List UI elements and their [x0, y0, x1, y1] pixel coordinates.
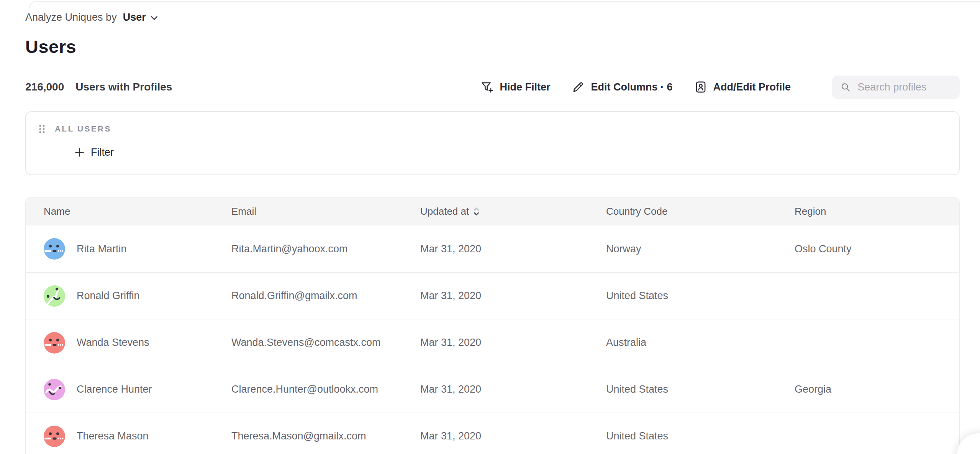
add-edit-profile-label: Add/Edit Profile [713, 81, 791, 93]
updated-at-value: Mar 31, 2020 [420, 290, 481, 302]
page-title: Users [25, 36, 960, 58]
add-edit-profile-button[interactable]: Add/Edit Profile [694, 81, 791, 94]
country-code-value: United States [606, 383, 668, 395]
filter-funnel-icon [480, 81, 493, 94]
profile-badge-icon [694, 81, 707, 94]
user-email: Clarence.Hunter@outlookx.com [231, 383, 378, 395]
user-count-value: 216,000 [25, 81, 64, 93]
users-table: Name Email Updated at Country Code Regio… [25, 197, 960, 454]
edit-columns-button[interactable]: Edit Columns · 6 [572, 81, 672, 94]
users-page: Analyze Uniques by User Users 216,000 Us… [0, 0, 980, 454]
profile-count: 216,000 Users with Profiles [25, 81, 172, 93]
table-header: Name Email Updated at Country Code Regio… [26, 197, 959, 225]
stats-toolbar-row: 216,000 Users with Profiles Hide Filter … [25, 75, 960, 99]
updated-at-value: Mar 31, 2020 [420, 430, 481, 442]
user-count-label: Users with Profiles [75, 81, 172, 93]
column-header-name[interactable]: Name [44, 206, 231, 217]
user-name: Ronald Griffin [77, 290, 140, 302]
user-email: Wanda.Stevens@comcastx.com [231, 337, 381, 349]
column-header-region[interactable]: Region [795, 206, 959, 217]
column-header-country-code[interactable]: Country Code [606, 206, 795, 217]
drag-handle-icon[interactable] [38, 124, 46, 134]
user-name: Rita Martin [77, 243, 127, 255]
country-code-value: Australia [606, 337, 646, 349]
user-name: Theresa Mason [77, 430, 149, 442]
search-input[interactable] [857, 81, 951, 93]
table-body: Rita Martin Rita.Martin@yahoox.com Mar 3… [26, 225, 959, 454]
analyze-by-dropdown[interactable]: User [123, 12, 158, 23]
hide-filter-label: Hide Filter [500, 81, 550, 93]
avatar [44, 426, 65, 447]
table-row[interactable]: Theresa Mason Theresa.Mason@gmailx.com M… [26, 413, 959, 454]
user-email: Ronald.Griffin@gmailx.com [231, 290, 357, 302]
plus-icon [74, 147, 85, 158]
dash-mouth-face-icon [44, 426, 65, 447]
avatar [44, 379, 65, 400]
analyze-uniques-label: Analyze Uniques by [25, 12, 117, 23]
analyze-uniques-row: Analyze Uniques by User [25, 11, 960, 24]
sort-arrows-icon[interactable] [474, 207, 479, 216]
table-row[interactable]: Wanda Stevens Wanda.Stevens@comcastx.com… [26, 319, 959, 366]
toolbar: Hide Filter Edit Columns · 6 Add/Edit Pr… [480, 76, 960, 99]
analyze-by-value: User [123, 12, 146, 23]
zigzag-face-icon [44, 285, 65, 307]
filter-group-label: ALL USERS [55, 124, 111, 133]
chevron-down-icon [151, 16, 158, 20]
dash-mouth-face-icon [44, 332, 65, 354]
updated-at-value: Mar 31, 2020 [420, 383, 481, 395]
table-row[interactable]: Rita Martin Rita.Martin@yahoox.com Mar 3… [26, 225, 959, 272]
wave-face-icon [44, 379, 65, 400]
region-value: Georgia [795, 383, 831, 395]
help-widget-button[interactable] [957, 433, 980, 454]
user-name: Clarence Hunter [77, 383, 152, 395]
updated-at-value: Mar 31, 2020 [420, 243, 481, 255]
profile-search-box [832, 76, 960, 99]
user-email: Rita.Martin@yahoox.com [231, 243, 348, 255]
search-icon [841, 81, 851, 93]
filter-panel: ALL USERS Filter [25, 111, 960, 175]
updated-at-value: Mar 31, 2020 [420, 337, 481, 349]
country-code-value: United States [606, 430, 668, 442]
country-code-value: Norway [606, 243, 641, 255]
user-name: Wanda Stevens [77, 337, 149, 349]
add-filter-button[interactable]: Filter [69, 143, 119, 162]
region-value: Oslo County [795, 243, 852, 255]
edit-columns-label: Edit Columns · 6 [591, 81, 672, 93]
avatar [44, 332, 65, 354]
add-filter-label: Filter [91, 146, 114, 158]
filter-group-header: ALL USERS [38, 123, 959, 134]
country-code-value: United States [606, 290, 668, 302]
dash-mouth-face-icon [44, 238, 65, 260]
avatar [44, 285, 65, 307]
avatar [44, 238, 65, 260]
hide-filter-button[interactable]: Hide Filter [480, 81, 550, 94]
user-email: Theresa.Mason@gmailx.com [231, 430, 366, 442]
top-divider [29, 1, 980, 8]
column-header-updated-at[interactable]: Updated at [420, 206, 606, 217]
column-header-email[interactable]: Email [231, 206, 420, 217]
edit-pencil-icon [572, 81, 585, 94]
table-row[interactable]: Ronald Griffin Ronald.Griffin@gmailx.com… [26, 272, 959, 319]
table-row[interactable]: Clarence Hunter Clarence.Hunter@outlookx… [26, 366, 959, 413]
